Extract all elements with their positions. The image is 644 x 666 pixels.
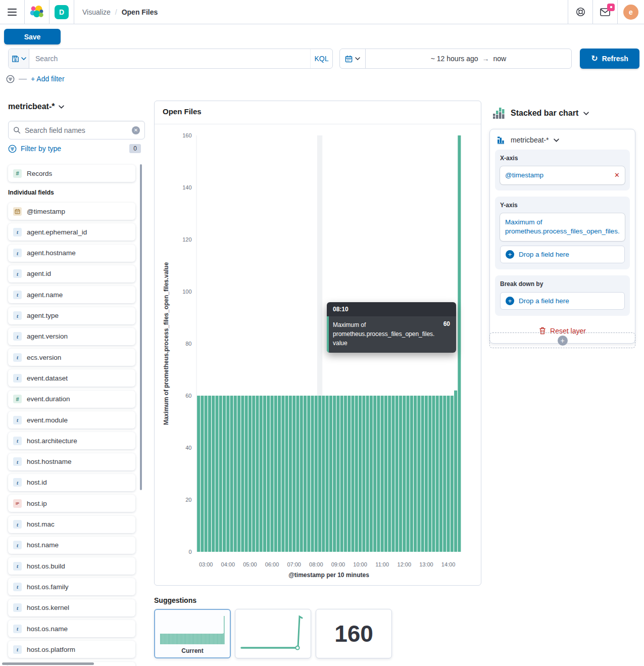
x-axis-dimension[interactable]: @timestamp ✕ bbox=[500, 166, 625, 184]
elastic-logo[interactable] bbox=[25, 0, 49, 24]
y-axis-drop-target[interactable]: + Drop a field here bbox=[500, 246, 625, 263]
save-button[interactable]: Save bbox=[4, 29, 61, 44]
clear-search-button[interactable]: ✕ bbox=[132, 126, 140, 134]
bar bbox=[245, 396, 248, 552]
field-item[interactable]: thost.hostname bbox=[8, 453, 135, 470]
bar bbox=[267, 396, 270, 552]
add-layer-button[interactable]: + bbox=[489, 332, 635, 348]
field-search-input[interactable]: Search field names ✕ bbox=[8, 121, 145, 139]
bar bbox=[336, 396, 339, 552]
bar bbox=[296, 396, 299, 552]
bar bbox=[432, 396, 435, 552]
time-to[interactable]: now bbox=[493, 55, 507, 63]
field-item[interactable]: tagent.version bbox=[8, 328, 135, 345]
field-item[interactable]: thost.mac bbox=[8, 516, 135, 533]
field-name: host.mac bbox=[27, 520, 55, 528]
breakdown-drop-target[interactable]: + Drop a field here bbox=[500, 292, 625, 310]
chart-type-switcher[interactable]: Stacked bar chart bbox=[493, 108, 589, 119]
field-item[interactable]: IPhost.ip bbox=[8, 495, 135, 512]
bar bbox=[281, 396, 284, 552]
breadcrumb-visualize[interactable]: Visualize bbox=[82, 8, 111, 16]
field-item[interactable]: tagent.name bbox=[8, 286, 135, 303]
quick-select-button[interactable] bbox=[340, 49, 366, 68]
bar bbox=[377, 396, 380, 552]
field-item[interactable]: thost.os.name bbox=[8, 620, 135, 637]
field-item[interactable]: thost.name bbox=[8, 537, 135, 554]
filter-icon[interactable] bbox=[6, 75, 15, 83]
field-item[interactable]: tagent.type bbox=[8, 307, 135, 324]
bar bbox=[237, 396, 240, 552]
suggestion-line-chart[interactable] bbox=[235, 609, 311, 658]
top-navigation: D Visualize / Open Files e bbox=[0, 0, 644, 24]
field-item[interactable]: tevent.module bbox=[8, 411, 135, 429]
x-axis-group: X-axis @timestamp ✕ bbox=[495, 150, 630, 191]
string-token-icon: t bbox=[13, 249, 22, 257]
filter-by-type-button[interactable]: Filter by type bbox=[21, 145, 125, 153]
field-item[interactable]: tecs.version bbox=[8, 349, 135, 366]
bar bbox=[366, 396, 369, 552]
bar bbox=[384, 396, 387, 552]
field-search-placeholder: Search field names bbox=[25, 126, 128, 134]
y-axis-dimension[interactable]: Maximum of prometheus.process_files_open… bbox=[500, 213, 625, 241]
field-name: event.duration bbox=[27, 395, 70, 403]
records-field-item[interactable]: # Records bbox=[8, 165, 135, 182]
suggestion-metric[interactable]: 160 bbox=[316, 609, 392, 658]
suggestion-current-label: Current bbox=[155, 647, 230, 654]
field-item[interactable]: tagent.ephemeral_id bbox=[8, 223, 135, 241]
field-item[interactable]: tagent.id bbox=[8, 265, 135, 282]
field-item[interactable]: #event.duration bbox=[8, 391, 135, 408]
field-list-scrollbar[interactable] bbox=[140, 164, 142, 490]
bar bbox=[260, 396, 263, 552]
field-item[interactable]: thost.os.family bbox=[8, 578, 135, 595]
add-filter-button[interactable]: + Add filter bbox=[31, 75, 65, 83]
field-item[interactable]: thost.os.kernel bbox=[8, 599, 135, 616]
space-switcher[interactable]: D bbox=[49, 0, 74, 24]
svg-text:140: 140 bbox=[182, 184, 191, 191]
bar bbox=[388, 396, 391, 552]
remove-dimension-icon[interactable]: ✕ bbox=[611, 171, 620, 180]
hamburger-icon bbox=[8, 9, 17, 16]
suggestions-heading: Suggestions bbox=[154, 596, 196, 604]
notification-badge bbox=[607, 4, 615, 11]
plus-circle-icon: + bbox=[506, 297, 514, 305]
svg-text:@timestamp per 10 minutes: @timestamp per 10 minutes bbox=[288, 572, 369, 579]
bar bbox=[417, 396, 420, 552]
bar bbox=[326, 396, 329, 552]
svg-text:100: 100 bbox=[182, 289, 191, 295]
saved-query-button[interactable] bbox=[9, 49, 29, 68]
suggestion-current[interactable]: Current bbox=[154, 609, 231, 658]
field-name: agent.hostname bbox=[27, 249, 76, 257]
chart-title-divider bbox=[155, 124, 481, 124]
x-axis-label: X-axis bbox=[500, 155, 625, 162]
field-item[interactable]: thost.os.platform bbox=[8, 641, 135, 658]
refresh-button[interactable]: ↻ Refresh bbox=[580, 49, 639, 69]
query-language-button[interactable]: KQL bbox=[310, 49, 332, 68]
bar bbox=[421, 396, 424, 552]
help-button[interactable] bbox=[568, 0, 592, 24]
bar bbox=[226, 396, 229, 552]
field-item[interactable]: thost.id bbox=[8, 474, 135, 491]
field-item[interactable]: tevent.dataset bbox=[8, 369, 135, 387]
menu-button[interactable] bbox=[0, 0, 24, 24]
string-token-icon: t bbox=[13, 478, 22, 487]
plus-icon: + bbox=[558, 336, 568, 346]
field-item[interactable]: tagent.hostname bbox=[8, 245, 135, 262]
bar bbox=[315, 396, 318, 552]
y-axis-group: Y-axis Maximum of prometheus.process_fil… bbox=[495, 197, 630, 269]
horizontal-scrollbar[interactable] bbox=[2, 662, 94, 665]
user-menu-button[interactable]: e bbox=[618, 0, 644, 24]
svg-text:Maximum of prometheus.process_: Maximum of prometheus.process_files_open… bbox=[163, 262, 170, 425]
chart-type-label: Stacked bar chart bbox=[511, 109, 578, 118]
field-item[interactable]: thost.os.build bbox=[8, 557, 135, 575]
search-input[interactable]: Search bbox=[29, 49, 310, 68]
bar bbox=[359, 396, 362, 552]
field-item[interactable]: @timestamp bbox=[8, 203, 135, 220]
layer-index-pattern-switcher[interactable]: metricbeat-* bbox=[490, 129, 635, 150]
svg-text:06:00: 06:00 bbox=[265, 561, 279, 567]
time-range-button[interactable]: ~ 12 hours ago → now bbox=[366, 49, 571, 68]
newsfeed-button[interactable] bbox=[593, 0, 617, 24]
time-from[interactable]: ~ 12 hours ago bbox=[431, 55, 478, 63]
svg-text:14:00: 14:00 bbox=[441, 561, 456, 567]
index-pattern-switcher[interactable]: metricbeat-* bbox=[8, 102, 64, 111]
field-item[interactable]: thost.architecture bbox=[8, 432, 135, 449]
